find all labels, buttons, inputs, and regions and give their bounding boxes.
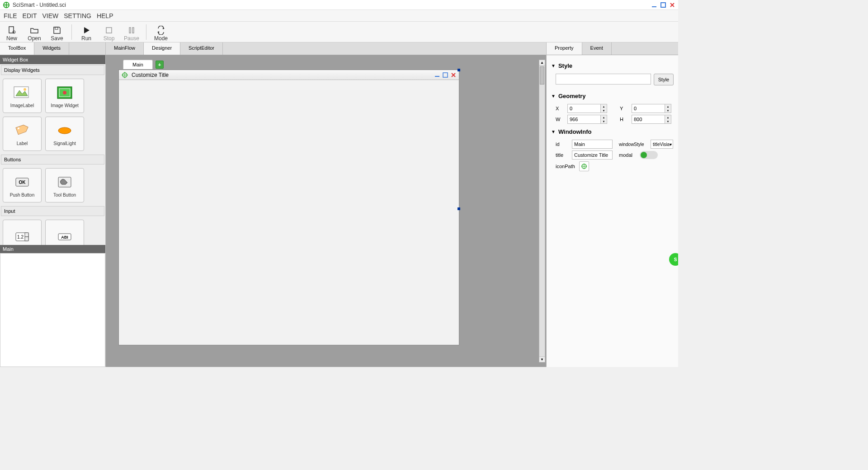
widget-label: Push Button — [10, 193, 34, 197]
tab-widgets[interactable]: Widgets — [34, 42, 69, 55]
design-window-title: Customize Title — [132, 72, 169, 78]
geometry-x-input[interactable]: ▲▼ — [567, 104, 607, 113]
toolbutton-icon — [55, 174, 75, 191]
windowinfo-id-input[interactable] — [572, 140, 613, 149]
designer-canvas[interactable]: Main + Customize Title ▲ — [106, 55, 546, 367]
geometry-h-input[interactable]: ▲▼ — [632, 115, 671, 124]
widget-signallight[interactable]: SignalLight — [45, 117, 84, 151]
svg-point-25 — [58, 127, 71, 134]
svg-text:+: + — [14, 31, 15, 33]
app-title: SciSmart - Untitled.sci — [13, 2, 66, 8]
maximize-icon[interactable] — [660, 2, 666, 8]
scroll-up-icon[interactable]: ▲ — [539, 60, 545, 66]
left-tabs: ToolBox Widgets — [0, 42, 105, 55]
geometry-w-input[interactable]: ▲▼ — [567, 115, 607, 124]
left-panel: ToolBox Widgets Widget Box Display Widge… — [0, 42, 106, 367]
open-button[interactable]: Open — [26, 23, 42, 42]
style-input[interactable] — [556, 74, 651, 85]
widget-label[interactable]: Label — [3, 117, 42, 151]
label-id: id — [556, 141, 568, 147]
category-input[interactable]: Input — [1, 206, 104, 216]
widget-imagelabel[interactable]: ImageLabel — [3, 79, 42, 113]
category-display-widgets[interactable]: Display Widgets — [1, 65, 104, 75]
label-iconpath: iconPath — [556, 164, 576, 169]
svg-rect-14 — [132, 28, 134, 33]
add-page-button[interactable]: + — [156, 61, 164, 69]
widget-lineedit[interactable]: ABI — [45, 220, 84, 245]
minimize-icon[interactable] — [651, 2, 657, 8]
window-target-icon — [122, 72, 128, 78]
resize-handle[interactable] — [458, 207, 460, 210]
tab-designer[interactable]: Designer — [144, 42, 180, 55]
design-minimize-icon[interactable] — [434, 72, 440, 78]
windowinfo-windowstyle-select[interactable]: titleVisia▾ — [651, 140, 673, 149]
design-close-icon[interactable] — [451, 72, 456, 78]
mode-button[interactable]: Mode — [153, 23, 169, 42]
scroll-down-icon[interactable]: ▼ — [539, 357, 545, 362]
open-label: Open — [28, 35, 41, 42]
resize-handle[interactable] — [458, 69, 460, 71]
save-button[interactable]: Save — [49, 23, 65, 42]
tab-event[interactable]: Event — [582, 42, 612, 55]
canvas-vertical-scrollbar[interactable]: ▲ ▼ — [539, 60, 545, 362]
designer-page-tab[interactable]: Main — [123, 60, 153, 69]
widget-label-text: Label — [17, 141, 28, 146]
widgetbox-header: Widget Box — [0, 55, 105, 64]
floating-action-button[interactable]: S — [669, 253, 678, 266]
windowinfo-modal-toggle[interactable] — [640, 151, 658, 159]
menu-view[interactable]: VIEW — [42, 12, 58, 19]
tab-scripteditor[interactable]: ScriptEditor — [180, 42, 223, 55]
signallight-icon — [55, 122, 75, 139]
imagelabel-icon — [12, 84, 32, 101]
svg-rect-38 — [435, 76, 439, 77]
widget-imagewidget[interactable]: Image Widget — [45, 79, 84, 113]
new-button[interactable]: +New — [4, 23, 20, 42]
tab-toolbox[interactable]: ToolBox — [0, 42, 34, 55]
widget-label: Image Widget — [51, 103, 79, 108]
section-windowinfo[interactable]: WindowInfo — [551, 126, 674, 138]
center-panel: MainFlow Designer ScriptEditor Main + Cu… — [106, 42, 546, 367]
menubar: FILE EDIT VIEW SETTING HELP — [0, 10, 678, 22]
design-window-titlebar: Customize Title — [119, 70, 459, 80]
tab-mainflow[interactable]: MainFlow — [106, 42, 144, 55]
menu-file[interactable]: FILE — [4, 12, 17, 19]
widget-pushbutton[interactable]: OK Push Button — [3, 168, 42, 202]
svg-rect-39 — [443, 73, 448, 77]
menu-help[interactable]: HELP — [97, 12, 113, 19]
tab-property[interactable]: Property — [547, 42, 582, 55]
windowinfo-title-input[interactable] — [572, 150, 613, 160]
run-label: Run — [81, 35, 91, 42]
style-button[interactable]: Style — [654, 74, 674, 85]
widget-spinbox[interactable]: 1.2 — [3, 220, 42, 245]
design-maximize-icon[interactable] — [443, 72, 448, 78]
run-button[interactable]: Run — [78, 23, 94, 42]
widget-toolbutton[interactable]: Tool Button — [45, 168, 84, 202]
design-window[interactable]: Customize Title — [118, 70, 459, 345]
widget-label: SignalLight — [53, 141, 75, 146]
svg-text:1.2: 1.2 — [17, 235, 24, 240]
property-panel: Style Style Geometry X ▲▼ Y ▲▼ W ▲▼ H ▲▼… — [547, 55, 678, 367]
pause-button[interactable]: Pause — [123, 23, 140, 42]
label-w: W — [556, 117, 564, 122]
menu-setting[interactable]: SETTING — [64, 12, 91, 19]
menu-edit[interactable]: EDIT — [23, 12, 37, 19]
svg-rect-4 — [661, 3, 665, 7]
windowinfo-iconpath-button[interactable] — [579, 161, 589, 171]
svg-rect-12 — [106, 28, 112, 33]
widgetbox-body: Display Widgets ImageLabel Image Widget … — [0, 64, 105, 245]
svg-rect-32 — [25, 237, 28, 241]
right-panel: Property Event Style Style Geometry X ▲▼… — [546, 42, 678, 367]
section-geometry[interactable]: Geometry — [551, 90, 674, 102]
section-style[interactable]: Style — [551, 60, 674, 72]
hierarchy-tree[interactable] — [0, 253, 105, 367]
play-icon — [82, 25, 90, 35]
mode-label: Mode — [154, 35, 168, 42]
close-icon[interactable] — [669, 2, 675, 8]
pushbutton-icon: OK — [12, 174, 32, 191]
stop-button[interactable]: Stop — [101, 23, 117, 42]
titlebar: SciSmart - Untitled.sci — [0, 0, 678, 10]
geometry-y-input[interactable]: ▲▼ — [632, 104, 671, 113]
category-buttons[interactable]: Buttons — [1, 155, 104, 164]
svg-point-24 — [18, 127, 19, 129]
scroll-thumb[interactable] — [540, 66, 544, 85]
